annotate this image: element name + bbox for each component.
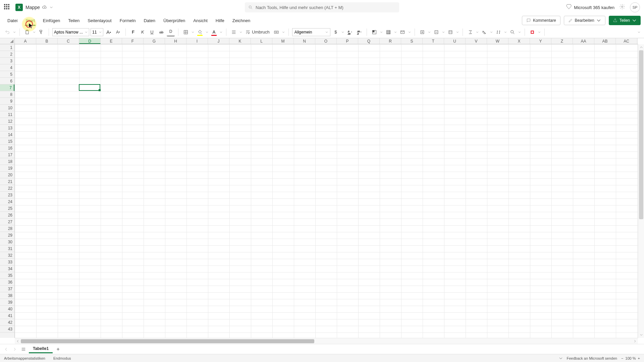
vscroll-thumb[interactable] <box>639 50 643 219</box>
row-header[interactable]: 12 <box>0 118 14 125</box>
delete-cells-dropdown-icon[interactable] <box>442 31 445 34</box>
row-header[interactable]: 34 <box>0 265 14 272</box>
sort-filter-button[interactable] <box>494 28 502 37</box>
font-name-select[interactable]: Aptos Narrow ... <box>52 28 89 36</box>
row-header[interactable]: 38 <box>0 292 14 299</box>
row-header[interactable]: 10 <box>0 105 14 111</box>
addins-button[interactable] <box>528 28 536 37</box>
vertical-scrollbar[interactable] <box>638 44 644 338</box>
row-header[interactable]: 42 <box>0 319 14 326</box>
tab-zeichnen[interactable]: Zeichnen <box>228 16 254 25</box>
horizontal-scrollbar[interactable] <box>15 338 638 344</box>
row-header[interactable]: 21 <box>0 178 14 185</box>
column-header[interactable]: U <box>444 38 466 44</box>
column-header[interactable]: Y <box>530 38 551 44</box>
tab-hilfe[interactable]: Hilfe <box>212 16 228 25</box>
fill-color-dropdown-icon[interactable] <box>205 31 209 34</box>
column-header[interactable]: V <box>466 38 487 44</box>
row-header[interactable]: 33 <box>0 259 14 265</box>
decrease-font-button[interactable]: A▾ <box>114 28 122 37</box>
row-header[interactable]: 39 <box>0 299 14 306</box>
tab-einfügen[interactable]: Einfügen <box>39 16 64 25</box>
addins-dropdown-icon[interactable] <box>538 31 541 34</box>
sheet-next-icon[interactable] <box>11 346 18 353</box>
align-button[interactable] <box>230 28 238 37</box>
merge-dropdown-icon[interactable] <box>282 31 285 34</box>
search-box[interactable]: Nach Tools, Hilfe und mehr suchen (ALT +… <box>245 2 399 12</box>
sheet-tab-active[interactable]: Tabelle1 <box>29 345 53 353</box>
add-sheet-button[interactable]: + <box>55 346 61 353</box>
cells-area[interactable] <box>15 44 638 338</box>
column-header[interactable]: B <box>36 38 58 44</box>
format-cells-button[interactable] <box>446 28 454 37</box>
all-sheets-icon[interactable] <box>20 346 27 353</box>
currency-button[interactable]: $ <box>332 28 340 37</box>
fill-color-button[interactable] <box>196 28 204 37</box>
column-header[interactable]: F <box>122 38 144 44</box>
conditional-format-dropdown-icon[interactable] <box>380 31 383 34</box>
row-header[interactable]: 22 <box>0 185 14 192</box>
title-dropdown-icon[interactable] <box>49 5 53 9</box>
paste-button[interactable] <box>23 28 31 37</box>
borders-button[interactable] <box>182 28 190 37</box>
underline-button[interactable]: U <box>148 28 156 37</box>
tab-ansicht[interactable]: Ansicht <box>189 16 212 25</box>
row-header[interactable]: 14 <box>0 131 14 138</box>
row-header[interactable]: 41 <box>0 312 14 319</box>
currency-dropdown-icon[interactable] <box>341 31 344 34</box>
strikethrough-button[interactable]: ab <box>157 28 165 37</box>
user-avatar[interactable]: SP <box>630 2 640 12</box>
feedback-link[interactable]: Feedback an Microsoft senden <box>567 356 617 360</box>
app-launcher-icon[interactable] <box>4 4 11 11</box>
scroll-right-icon[interactable] <box>632 340 638 343</box>
row-header[interactable]: 2 <box>0 51 14 58</box>
column-header[interactable]: W <box>487 38 508 44</box>
column-header[interactable]: X <box>508 38 530 44</box>
paste-dropdown-icon[interactable] <box>33 31 36 34</box>
column-header[interactable]: I <box>186 38 208 44</box>
clear-dropdown-icon[interactable] <box>490 31 493 34</box>
column-header[interactable]: AB <box>594 38 616 44</box>
row-header[interactable]: 20 <box>0 172 14 178</box>
column-header[interactable]: N <box>294 38 315 44</box>
format-painter-button[interactable] <box>37 28 45 37</box>
ribbon-expand-icon[interactable] <box>637 31 641 34</box>
autosum-button[interactable] <box>466 28 474 37</box>
row-header[interactable]: 19 <box>0 165 14 172</box>
cell-styles-dropdown-icon[interactable] <box>408 31 411 34</box>
font-color-button[interactable]: A <box>210 28 218 37</box>
align-dropdown-icon[interactable] <box>239 31 243 34</box>
row-header[interactable]: 11 <box>0 111 14 118</box>
row-header[interactable]: 27 <box>0 219 14 225</box>
bold-button[interactable]: F <box>129 28 137 37</box>
sheet-prev-icon[interactable] <box>3 346 9 353</box>
tab-seitenlayout[interactable]: Seitenlayout <box>84 16 116 25</box>
comments-button[interactable]: Kommentare <box>522 16 560 25</box>
insert-cells-dropdown-icon[interactable] <box>428 31 431 34</box>
workbook-stats[interactable]: Arbeitsmappenstatistiken <box>4 356 45 360</box>
column-header[interactable]: K <box>229 38 251 44</box>
buy-microsoft-365[interactable]: Microsoft 365 kaufen <box>566 4 614 11</box>
double-underline-button[interactable]: D <box>167 28 175 37</box>
row-header[interactable]: 1 <box>0 44 14 51</box>
font-size-select[interactable]: 11 <box>91 28 103 36</box>
font-color-dropdown-icon[interactable] <box>219 31 223 34</box>
status-dropdown-icon[interactable] <box>559 356 563 360</box>
column-header[interactable]: Z <box>551 38 573 44</box>
editing-mode-button[interactable]: Bearbeiten <box>564 16 605 25</box>
row-header[interactable]: 40 <box>0 306 14 312</box>
column-header[interactable]: Q <box>358 38 380 44</box>
row-header[interactable]: 31 <box>0 245 14 252</box>
number-format-select[interactable]: Allgemein <box>292 28 330 36</box>
row-header[interactable]: 7 <box>0 84 14 91</box>
row-header[interactable]: 4 <box>0 64 14 71</box>
tab-start[interactable]: Start <box>21 16 39 25</box>
row-header[interactable]: 9 <box>0 98 14 105</box>
format-as-table-button[interactable] <box>384 28 392 37</box>
column-header[interactable]: T <box>423 38 444 44</box>
zoom-in-icon[interactable]: + <box>638 356 640 360</box>
column-header[interactable]: J <box>208 38 229 44</box>
select-all-corner[interactable] <box>0 38 15 44</box>
row-headers[interactable]: 1234567891011121314151617181920212223242… <box>0 44 15 338</box>
row-header[interactable]: 15 <box>0 138 14 145</box>
